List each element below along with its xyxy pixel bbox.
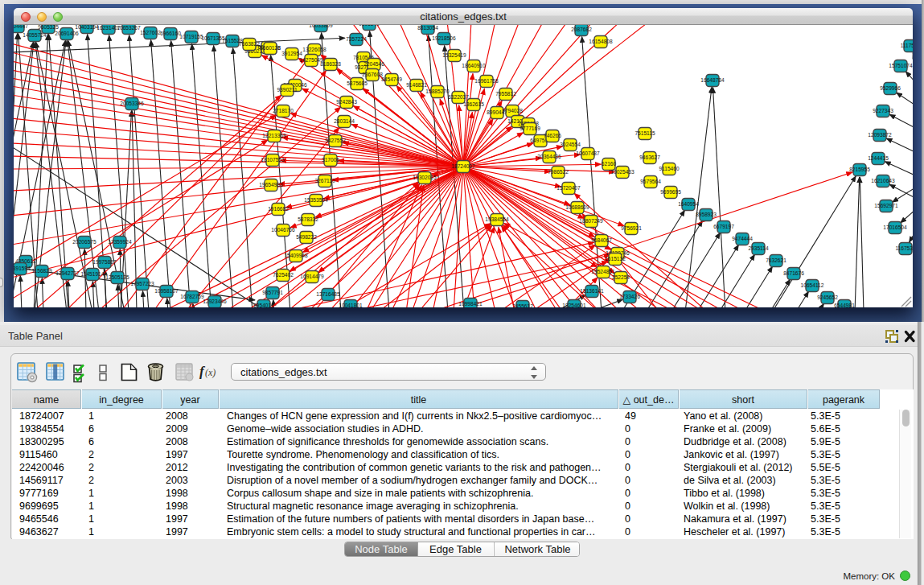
svg-text:9227343: 9227343 (873, 108, 893, 113)
svg-text:317006: 317006 (322, 157, 339, 163)
svg-text:5875685: 5875685 (347, 80, 368, 86)
svg-text:9777169: 9777169 (519, 126, 540, 131)
svg-text:19384554: 19384554 (485, 216, 509, 222)
svg-text:15692971: 15692971 (874, 203, 898, 208)
svg-text:9857791: 9857791 (262, 290, 283, 295)
svg-text:8954012: 8954012 (253, 303, 274, 307)
svg-text:9463627: 9463627 (639, 154, 660, 160)
svg-text:9474444: 9474444 (732, 236, 753, 241)
svg-text:5498222: 5498222 (296, 234, 317, 240)
svg-text:20364436: 20364436 (537, 154, 561, 159)
svg-text:8660128: 8660128 (260, 45, 281, 51)
svg-text:19218506: 19218506 (432, 35, 456, 41)
svg-text:8454749: 8454749 (381, 76, 402, 82)
svg-text:8215955: 8215955 (849, 167, 870, 172)
svg-text:10046766: 10046766 (271, 227, 295, 233)
svg-text:1916682: 1916682 (268, 206, 289, 212)
svg-text:17957223: 17957223 (130, 281, 154, 286)
svg-text:16648784: 16648784 (700, 77, 725, 83)
svg-text:7986522: 7986522 (548, 169, 569, 175)
svg-text:9529966: 9529966 (880, 85, 901, 91)
svg-text:9427552: 9427552 (325, 138, 346, 143)
svg-text:7357224: 7357224 (346, 36, 367, 42)
svg-text:9699695: 9699695 (660, 189, 681, 195)
svg-text:9579564: 9579564 (640, 179, 661, 184)
svg-text:10688609: 10688609 (565, 204, 589, 210)
svg-text:9794028: 9794028 (502, 108, 523, 113)
svg-text:6322037: 6322037 (448, 94, 469, 100)
svg-text:3912954: 3912954 (281, 51, 302, 56)
svg-text:8304447: 8304447 (14, 25, 28, 29)
svg-text:18724007: 18724007 (451, 163, 475, 169)
svg-text:3024554: 3024554 (560, 142, 581, 147)
svg-text:9242843: 9242843 (336, 99, 357, 105)
svg-text:7663822: 7663822 (239, 41, 260, 47)
svg-text:9756921: 9756921 (621, 225, 642, 231)
svg-text:1733426: 1733426 (619, 294, 640, 299)
svg-text:15325419: 15325419 (442, 52, 466, 58)
svg-text:2455612: 2455612 (512, 303, 533, 307)
svg-text:16782759: 16782759 (180, 294, 204, 299)
svg-text:15885270: 15885270 (425, 89, 450, 94)
svg-text:16914479: 16914479 (300, 274, 324, 279)
svg-text:20206575: 20206575 (72, 239, 97, 245)
svg-text:8186328: 8186328 (320, 61, 341, 67)
svg-text:5878332: 5878332 (298, 216, 318, 222)
svg-text:8471676: 8471676 (783, 270, 804, 276)
svg-text:16961758: 16961758 (474, 78, 499, 84)
svg-text:1362615: 1362615 (463, 101, 484, 107)
svg-text:10958107: 10958107 (154, 288, 179, 294)
svg-text:19654983: 19654983 (259, 182, 283, 187)
svg-text:6544981: 6544981 (834, 303, 855, 307)
svg-text:2087682: 2087682 (571, 27, 592, 32)
svg-text:10607487: 10607487 (576, 150, 600, 156)
svg-text:7632621: 7632621 (766, 257, 786, 263)
svg-text:18807249: 18807249 (579, 218, 603, 224)
svg-text:(x): (x) (205, 367, 216, 378)
svg-text:19975887: 19975887 (92, 259, 117, 265)
svg-text:8813054: 8813054 (417, 25, 438, 31)
svg-text:6679197: 6679197 (713, 224, 734, 229)
svg-text:16154808: 16154808 (589, 39, 613, 44)
svg-text:11451914: 11451914 (81, 271, 105, 277)
svg-text:1117559: 1117559 (901, 43, 913, 48)
svg-text:8958923: 8958923 (696, 212, 717, 217)
svg-text:18254601: 18254601 (562, 303, 586, 307)
svg-text:12093872: 12093872 (868, 132, 892, 138)
svg-text:1640954: 1640954 (678, 201, 699, 207)
svg-text:10025433: 10025433 (610, 169, 634, 175)
svg-text:7955812: 7955812 (495, 91, 516, 97)
svg-text:13226058: 13226058 (302, 47, 326, 52)
svg-text:16033809: 16033809 (309, 25, 333, 28)
svg-text:10041801: 10041801 (339, 303, 363, 307)
svg-text:9391594: 9391594 (14, 266, 31, 271)
svg-text:9390211: 9390211 (277, 87, 298, 93)
svg-text:10719155: 10719155 (179, 34, 203, 39)
svg-text:15409948: 15409948 (284, 253, 308, 258)
svg-text:20053346: 20053346 (120, 101, 144, 106)
svg-text:10654112: 10654112 (801, 282, 824, 288)
svg-text:2367608: 2367608 (362, 72, 383, 77)
svg-text:10998421: 10998421 (458, 301, 483, 307)
svg-text:9605325: 9605325 (38, 25, 59, 30)
svg-text:252254: 252254 (612, 274, 630, 280)
svg-text:3267110: 3267110 (314, 178, 335, 183)
svg-text:1527602: 1527602 (140, 30, 161, 35)
svg-text:9115460: 9115460 (659, 166, 680, 171)
svg-text:18640910: 18640910 (462, 63, 486, 68)
svg-text:62160: 62160 (602, 161, 617, 167)
svg-text:2803144: 2803144 (334, 118, 355, 124)
svg-text:13716485: 13716485 (316, 291, 340, 297)
svg-text:15136141: 15136141 (580, 288, 604, 294)
svg-text:2718170: 2718170 (273, 108, 294, 113)
svg-text:12213369: 12213369 (262, 133, 286, 138)
svg-text:17359924: 17359924 (108, 239, 132, 245)
svg-text:15751074: 15751074 (889, 63, 913, 68)
svg-text:7515115: 7515115 (634, 130, 655, 136)
svg-text:15720407: 15720407 (556, 185, 581, 191)
svg-text:12942737: 12942737 (55, 270, 80, 276)
svg-text:7625402: 7625402 (273, 272, 294, 278)
svg-text:19524851: 19524851 (591, 269, 615, 274)
svg-text:746266: 746266 (544, 133, 561, 138)
svg-text:1244415: 1244415 (868, 155, 889, 161)
